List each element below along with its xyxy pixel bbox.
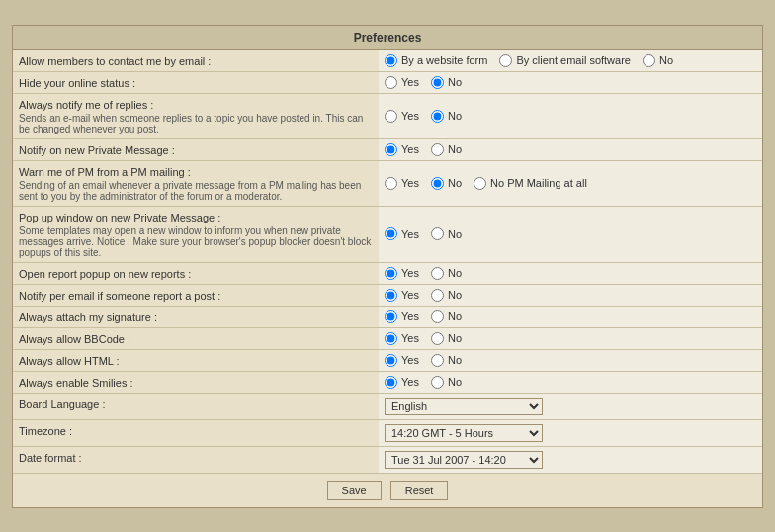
- radio-enable-smilies-0[interactable]: [385, 376, 397, 389]
- label-text-board-language: Board Language :: [19, 399, 105, 410]
- radio-label-hide-online-1[interactable]: No: [431, 76, 462, 89]
- radio-label-allow-bbcode-1[interactable]: No: [431, 332, 462, 345]
- preferences-table: Allow members to contact me by email :By…: [13, 50, 762, 507]
- radio-attach-sig-1[interactable]: [431, 310, 444, 323]
- label-hide-online: Hide your online status :: [13, 71, 379, 93]
- radio-label-report-popup-1[interactable]: No: [431, 267, 462, 280]
- radio-notify-replies-0[interactable]: [385, 110, 397, 123]
- label-enable-smilies: Always enable Smilies :: [13, 371, 379, 393]
- pref-row-report-popup: Open report popup on new reports :YesNo: [13, 262, 762, 284]
- radio-notify-replies-1[interactable]: [431, 110, 444, 123]
- control-hide-online: YesNo: [379, 71, 762, 93]
- preferences-panel: Preferences Allow members to contact me …: [12, 25, 763, 508]
- label-board-language: Board Language :: [13, 393, 379, 419]
- control-board-language: English: [379, 393, 762, 419]
- radio-group-enable-smilies: YesNo: [385, 376, 756, 389]
- radio-notify-pm-0[interactable]: [385, 143, 397, 156]
- label-report-popup: Open report popup on new reports :: [13, 262, 379, 284]
- label-text-hide-online: Hide your online status :: [19, 77, 135, 89]
- label-attach-sig: Always attach my signature :: [13, 306, 379, 327]
- radio-allow-html-0[interactable]: [385, 354, 397, 367]
- label-text-date-format: Date format :: [19, 452, 82, 464]
- radio-label-notify-pm-0[interactable]: Yes: [385, 143, 419, 156]
- radio-report-popup-1[interactable]: [431, 267, 444, 280]
- radio-warn-pm-mailing-1[interactable]: [431, 177, 444, 190]
- radio-label-enable-smilies-1[interactable]: No: [431, 376, 462, 389]
- radio-group-notify-pm: YesNo: [385, 143, 756, 156]
- pref-row-warn-pm-mailing: Warn me of PM from a PM mailing :Sending…: [13, 160, 762, 206]
- radio-notify-pm-1[interactable]: [431, 143, 444, 156]
- label-text-contact-by-email: Allow members to contact me by email :: [19, 55, 211, 67]
- radio-label-notify-replies-0[interactable]: Yes: [385, 110, 419, 123]
- pref-row-hide-online: Hide your online status :YesNo: [13, 71, 762, 93]
- radio-popup-pm-0[interactable]: [385, 227, 397, 240]
- radio-label-notify-pm-1[interactable]: No: [431, 143, 462, 156]
- sublabel-popup-pm: Some templates may open a new window to …: [19, 225, 373, 258]
- radio-group-hide-online: YesNo: [385, 76, 756, 89]
- radio-warn-pm-mailing-0[interactable]: [385, 177, 397, 190]
- radio-label-contact-by-email-2[interactable]: No: [643, 54, 673, 67]
- label-text-notify-replies: Always notify me of replies :: [19, 99, 153, 111]
- sublabel-warn-pm-mailing: Sending of an email whenever a private m…: [19, 180, 373, 202]
- radio-hide-online-1[interactable]: [431, 76, 444, 89]
- footer-row: Save Reset: [13, 473, 762, 507]
- radio-label-report-popup-0[interactable]: Yes: [385, 267, 419, 280]
- pref-row-attach-sig: Always attach my signature :YesNo: [13, 306, 762, 327]
- radio-contact-by-email-0[interactable]: [385, 54, 397, 67]
- radio-label-contact-by-email-0[interactable]: By a website form: [385, 54, 487, 67]
- select-date-format[interactable]: Tue 31 Jul 2007 - 14:20: [385, 451, 543, 469]
- radio-label-notify-report-0[interactable]: Yes: [385, 289, 419, 302]
- control-warn-pm-mailing: YesNoNo PM Mailing at all: [379, 160, 762, 206]
- select-board-language[interactable]: English: [385, 398, 543, 415]
- radio-label-popup-pm-1[interactable]: No: [431, 227, 462, 240]
- label-text-enable-smilies: Always enable Smilies :: [19, 377, 133, 389]
- radio-popup-pm-1[interactable]: [431, 227, 444, 240]
- radio-label-popup-pm-0[interactable]: Yes: [385, 227, 419, 240]
- radio-group-warn-pm-mailing: YesNoNo PM Mailing at all: [385, 177, 756, 190]
- pref-row-notify-replies: Always notify me of replies :Sends an e-…: [13, 93, 762, 138]
- radio-allow-bbcode-0[interactable]: [385, 332, 397, 345]
- radio-label-attach-sig-1[interactable]: No: [431, 310, 462, 323]
- radio-notify-report-0[interactable]: [385, 289, 397, 302]
- label-date-format: Date format :: [13, 446, 379, 473]
- radio-hide-online-0[interactable]: [385, 76, 397, 89]
- control-allow-bbcode: YesNo: [379, 327, 762, 349]
- label-text-timezone: Timezone :: [19, 425, 72, 437]
- radio-notify-report-1[interactable]: [431, 289, 444, 302]
- radio-group-contact-by-email: By a website formBy client email softwar…: [385, 54, 756, 67]
- radio-label-allow-html-1[interactable]: No: [431, 354, 462, 367]
- pref-row-allow-bbcode: Always allow BBCode :YesNo: [13, 327, 762, 349]
- radio-report-popup-0[interactable]: [385, 267, 397, 280]
- sublabel-notify-replies: Sends an e-mail when someone replies to …: [19, 113, 373, 134]
- label-text-notify-report: Notify per email if someone report a pos…: [19, 290, 220, 302]
- radio-label-enable-smilies-0[interactable]: Yes: [385, 376, 419, 389]
- radio-warn-pm-mailing-2[interactable]: [474, 177, 486, 190]
- radio-group-notify-replies: YesNo: [385, 110, 756, 123]
- radio-label-notify-replies-1[interactable]: No: [431, 110, 462, 123]
- radio-label-attach-sig-0[interactable]: Yes: [385, 310, 419, 323]
- pref-row-date-format: Date format :Tue 31 Jul 2007 - 14:20: [13, 446, 762, 473]
- radio-label-warn-pm-mailing-1[interactable]: No: [431, 177, 462, 190]
- control-notify-report: YesNo: [379, 284, 762, 306]
- radio-attach-sig-0[interactable]: [385, 310, 397, 323]
- radio-label-hide-online-0[interactable]: Yes: [385, 76, 419, 89]
- control-notify-pm: YesNo: [379, 138, 762, 160]
- radio-label-allow-html-0[interactable]: Yes: [385, 354, 419, 367]
- radio-group-popup-pm: YesNo: [385, 227, 756, 240]
- radio-enable-smilies-1[interactable]: [431, 376, 444, 389]
- radio-label-contact-by-email-1[interactable]: By client email software: [499, 54, 631, 67]
- radio-allow-bbcode-1[interactable]: [431, 332, 444, 345]
- radio-allow-html-1[interactable]: [431, 354, 444, 367]
- radio-label-warn-pm-mailing-0[interactable]: Yes: [385, 177, 419, 190]
- radio-contact-by-email-1[interactable]: [499, 54, 512, 67]
- label-text-report-popup: Open report popup on new reports :: [19, 268, 191, 280]
- select-timezone[interactable]: 14:20 GMT - 5 Hours: [385, 424, 543, 442]
- control-timezone: 14:20 GMT - 5 Hours: [379, 419, 762, 446]
- reset-button[interactable]: Reset: [390, 481, 449, 500]
- radio-label-warn-pm-mailing-2[interactable]: No PM Mailing at all: [474, 177, 587, 190]
- radio-label-allow-bbcode-0[interactable]: Yes: [385, 332, 419, 345]
- radio-group-allow-html: YesNo: [385, 354, 756, 367]
- save-button[interactable]: Save: [327, 481, 382, 500]
- radio-contact-by-email-2[interactable]: [643, 54, 655, 67]
- radio-label-notify-report-1[interactable]: No: [431, 289, 462, 302]
